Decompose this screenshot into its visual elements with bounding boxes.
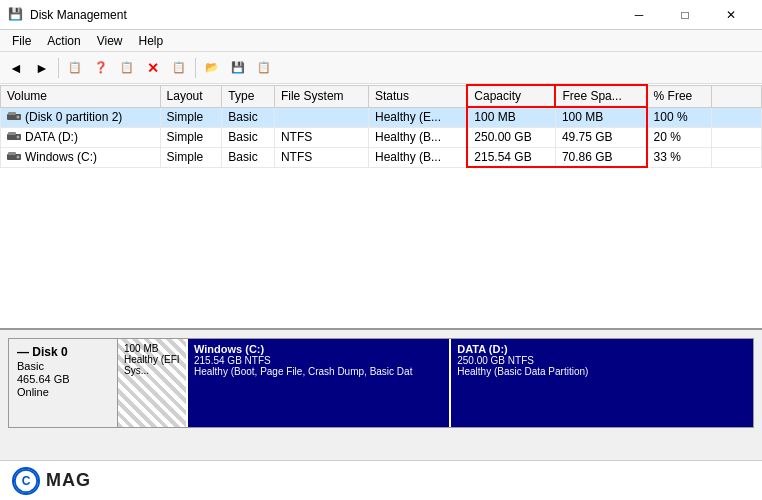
cmag-logo-svg: C: [14, 467, 38, 495]
cell-volume: Windows (C:): [1, 147, 161, 167]
table-row[interactable]: (Disk 0 partition 2) SimpleBasicHealthy …: [1, 107, 762, 127]
toolbar-sep-2: [195, 58, 196, 78]
col-filesystem[interactable]: File System: [274, 85, 368, 107]
app-title: Disk Management: [30, 8, 127, 22]
cell-percentfree: 33 %: [647, 147, 712, 167]
title-bar: 💾 Disk Management ─ □ ✕: [0, 0, 762, 30]
toolbar: ◄ ► 📋 ❓ 📋 ✕ 📋 📂 💾 📋: [0, 52, 762, 84]
toolbar-forward[interactable]: ►: [30, 56, 54, 80]
title-bar-controls: ─ □ ✕: [616, 0, 754, 30]
cell-type: Basic: [222, 107, 275, 127]
cell-layout: Simple: [160, 127, 222, 147]
cell-filesystem: NTFS: [274, 147, 368, 167]
col-type[interactable]: Type: [222, 85, 275, 107]
toolbar-back[interactable]: ◄: [4, 56, 28, 80]
svg-rect-7: [8, 152, 16, 155]
cell-status: Healthy (B...: [368, 147, 467, 167]
table-header-row: Volume Layout Type File System Status Ca…: [1, 85, 762, 107]
cell-percentfree: 20 %: [647, 127, 712, 147]
col-capacity[interactable]: Capacity: [467, 85, 555, 107]
svg-point-2: [17, 115, 20, 118]
partition-windows[interactable]: Windows (C:) 215.54 GB NTFS Healthy (Boo…: [188, 339, 451, 427]
disk-label: — Disk 0 Basic 465.64 GB Online: [8, 338, 118, 428]
cell-type: Basic: [222, 127, 275, 147]
cell-freespace: 70.86 GB: [555, 147, 646, 167]
disk-type: Basic: [17, 360, 109, 372]
cell-type: Basic: [222, 147, 275, 167]
cell-volume: DATA (D:): [1, 127, 161, 147]
app-icon: 💾: [8, 7, 24, 23]
cell-freespace: 100 MB: [555, 107, 646, 127]
cell-empty: [712, 127, 762, 147]
disk-row-0: — Disk 0 Basic 465.64 GB Online 100 MB H…: [8, 338, 754, 428]
disk-name: — Disk 0: [17, 345, 109, 359]
title-bar-left: 💾 Disk Management: [8, 7, 127, 23]
logo-text: MAG: [46, 470, 91, 491]
toolbar-sep-1: [58, 58, 59, 78]
cell-layout: Simple: [160, 147, 222, 167]
logo-icon: C: [12, 467, 40, 495]
col-layout[interactable]: Layout: [160, 85, 222, 107]
svg-rect-1: [8, 112, 16, 115]
cell-filesystem: NTFS: [274, 127, 368, 147]
cell-capacity: 215.54 GB: [467, 147, 555, 167]
disk-size: 465.64 GB: [17, 373, 109, 385]
col-freespace[interactable]: Free Spa...: [555, 85, 646, 107]
partition-data-name: DATA (D:): [457, 343, 747, 355]
col-extra: [712, 85, 762, 107]
menu-help[interactable]: Help: [131, 32, 172, 50]
minimize-button[interactable]: ─: [616, 0, 662, 30]
disk-table-area: Volume Layout Type File System Status Ca…: [0, 84, 762, 330]
partition-windows-status: Healthy (Boot, Page File, Crash Dump, Ba…: [194, 366, 443, 377]
menu-view[interactable]: View: [89, 32, 131, 50]
disk-partitions: 100 MB Healthy (EFI Sys... Windows (C:) …: [118, 338, 754, 428]
partition-windows-size: 215.54 GB NTFS: [194, 355, 443, 366]
toolbar-btn-4[interactable]: 📋: [167, 56, 191, 80]
cell-capacity: 250.00 GB: [467, 127, 555, 147]
disk-status: Online: [17, 386, 109, 398]
main-area: Volume Layout Type File System Status Ca…: [0, 84, 762, 500]
cell-capacity: 100 MB: [467, 107, 555, 127]
maximize-button[interactable]: □: [662, 0, 708, 30]
menu-action[interactable]: Action: [39, 32, 88, 50]
partition-windows-name: Windows (C:): [194, 343, 443, 355]
footer-bar: C MAG: [0, 460, 762, 500]
cell-empty: [712, 147, 762, 167]
close-button[interactable]: ✕: [708, 0, 754, 30]
volume-table: Volume Layout Type File System Status Ca…: [0, 84, 762, 168]
toolbar-btn-2[interactable]: ❓: [89, 56, 113, 80]
cell-status: Healthy (E...: [368, 107, 467, 127]
cell-empty: [712, 107, 762, 127]
cell-percentfree: 100 %: [647, 107, 712, 127]
toolbar-btn-5[interactable]: 📂: [200, 56, 224, 80]
svg-point-8: [17, 155, 20, 158]
toolbar-btn-1[interactable]: 📋: [63, 56, 87, 80]
toolbar-btn-delete[interactable]: ✕: [141, 56, 165, 80]
cell-freespace: 49.75 GB: [555, 127, 646, 147]
col-percentfree[interactable]: % Free: [647, 85, 712, 107]
partition-data-status: Healthy (Basic Data Partition): [457, 366, 747, 377]
col-volume[interactable]: Volume: [1, 85, 161, 107]
toolbar-btn-3[interactable]: 📋: [115, 56, 139, 80]
svg-text:C: C: [22, 474, 31, 488]
svg-rect-4: [8, 132, 16, 135]
menu-bar: File Action View Help: [0, 30, 762, 52]
partition-data[interactable]: DATA (D:) 250.00 GB NTFS Healthy (Basic …: [451, 339, 753, 427]
toolbar-btn-7[interactable]: 📋: [252, 56, 276, 80]
partition-efi-size: 100 MB: [124, 343, 180, 354]
svg-point-5: [17, 135, 20, 138]
table-row[interactable]: DATA (D:) SimpleBasicNTFSHealthy (B...25…: [1, 127, 762, 147]
disk-view: — Disk 0 Basic 465.64 GB Online 100 MB H…: [0, 330, 762, 460]
toolbar-btn-6[interactable]: 💾: [226, 56, 250, 80]
partition-efi-status: Healthy (EFI Sys...: [124, 354, 180, 376]
menu-file[interactable]: File: [4, 32, 39, 50]
col-status[interactable]: Status: [368, 85, 467, 107]
table-row[interactable]: Windows (C:) SimpleBasicNTFSHealthy (B..…: [1, 147, 762, 167]
partition-data-size: 250.00 GB NTFS: [457, 355, 747, 366]
cell-filesystem: [274, 107, 368, 127]
cell-volume: (Disk 0 partition 2): [1, 107, 161, 127]
cell-layout: Simple: [160, 107, 222, 127]
partition-efi[interactable]: 100 MB Healthy (EFI Sys...: [118, 339, 188, 427]
cell-status: Healthy (B...: [368, 127, 467, 147]
